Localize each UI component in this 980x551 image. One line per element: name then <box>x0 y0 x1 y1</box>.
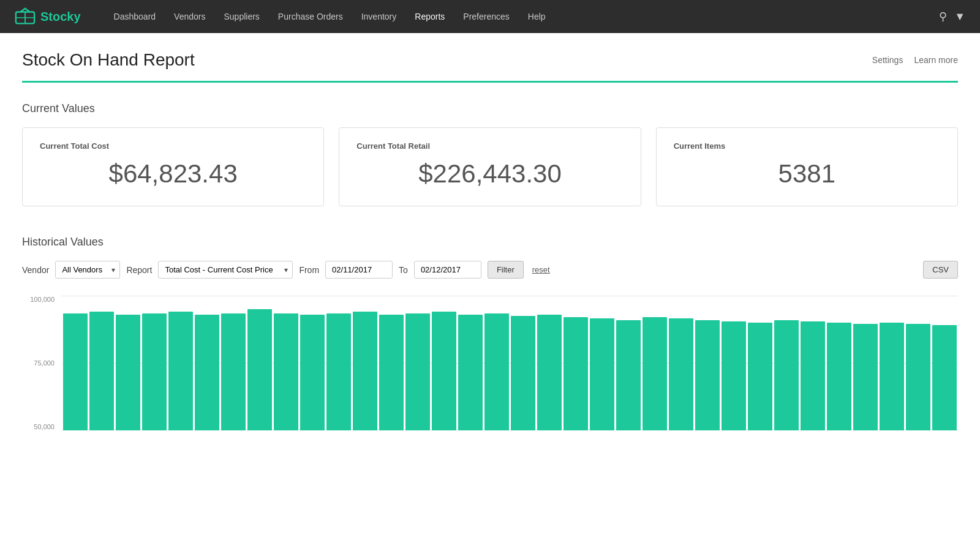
chart-bars <box>62 296 958 430</box>
chart-y-label-50k: 50,000 <box>34 423 55 430</box>
nav-link-reports[interactable]: Reports <box>406 8 453 25</box>
report-select[interactable]: Total Cost - Current Cost Price <box>158 261 293 279</box>
card-total-cost-value: $64,823.43 <box>40 159 306 189</box>
nav-link-inventory[interactable]: Inventory <box>353 8 405 25</box>
chart-bar <box>643 317 667 430</box>
chart-bar <box>511 316 535 430</box>
chart-bar <box>274 313 298 430</box>
current-values-title: Current Values <box>22 102 958 115</box>
chart-bar <box>432 312 456 430</box>
nav-link-preferences[interactable]: Preferences <box>454 8 518 25</box>
chart-area: 100,000 75,000 50,000 <box>22 296 958 430</box>
to-label: To <box>399 265 408 275</box>
nav-right: ⚲ ▼ <box>939 10 965 23</box>
chart-bar <box>932 325 957 430</box>
chart-bar <box>221 313 246 430</box>
chart-y-label-100k: 100,000 <box>30 296 55 303</box>
chart-bar <box>774 320 799 430</box>
chart-bar <box>195 315 219 430</box>
vendor-select-wrapper: All Vendors <box>55 261 120 279</box>
chart-bar <box>564 317 588 430</box>
chart-bar <box>63 313 88 430</box>
chart-bar <box>247 309 272 430</box>
to-date-input[interactable] <box>414 261 481 279</box>
chart-y-label-75k: 75,000 <box>34 359 55 367</box>
teal-divider <box>22 81 958 83</box>
page-actions: Settings Learn more <box>872 50 958 65</box>
cards-row: Current Total Cost $64,823.43 Current To… <box>22 127 958 206</box>
settings-link[interactable]: Settings <box>872 55 903 65</box>
chart-bar <box>405 313 430 430</box>
search-icon[interactable]: ⚲ <box>939 10 947 23</box>
nav-link-dashboard[interactable]: Dashboard <box>105 8 165 25</box>
card-total-retail-label: Current Total Retail <box>356 141 623 151</box>
historical-values-title: Historical Values <box>22 236 958 249</box>
chart-bar <box>168 312 193 430</box>
chart-bar <box>827 323 851 430</box>
page-content: Stock On Hand Report Settings Learn more… <box>0 33 980 430</box>
card-current-items: Current Items 5381 <box>656 127 958 206</box>
chart-bar <box>89 312 114 430</box>
from-date-input[interactable] <box>325 261 393 279</box>
reset-button[interactable]: reset <box>530 261 552 278</box>
card-total-retail: Current Total Retail $226,443.30 <box>339 127 641 206</box>
filters-row: Vendor All Vendors Report Total Cost - C… <box>22 261 958 279</box>
chart-bar <box>142 313 167 430</box>
vendor-select[interactable]: All Vendors <box>55 261 120 279</box>
from-label: From <box>299 265 319 275</box>
card-current-items-label: Current Items <box>674 141 940 151</box>
chart-bar <box>484 313 509 430</box>
navigation: Stocky Dashboard Vendors Suppliers Purch… <box>0 0 980 33</box>
nav-dropdown-icon[interactable]: ▼ <box>954 10 965 23</box>
chart-bar <box>379 315 404 430</box>
chart-bar <box>326 313 351 430</box>
chart-y-axis: 100,000 75,000 50,000 <box>22 296 62 430</box>
chart-bar <box>801 321 825 430</box>
report-select-wrapper: Total Cost - Current Cost Price <box>158 261 293 279</box>
chart-bar <box>458 315 483 430</box>
card-current-items-value: 5381 <box>674 159 940 189</box>
chart-bar <box>695 320 720 430</box>
chart-bar <box>353 312 377 430</box>
card-total-cost: Current Total Cost $64,823.43 <box>22 127 324 206</box>
chart-bar <box>669 318 693 430</box>
nav-link-purchase-orders[interactable]: Purchase Orders <box>270 8 352 25</box>
chart-bar <box>616 320 641 430</box>
chart-bar <box>880 323 904 430</box>
chart-bar <box>590 318 614 430</box>
logo-icon <box>15 6 36 27</box>
logo-text: Stocky <box>40 10 81 24</box>
learn-more-link[interactable]: Learn more <box>914 55 958 65</box>
chart-bar <box>116 315 140 430</box>
chart-bars-wrapper <box>62 296 958 430</box>
nav-link-suppliers[interactable]: Suppliers <box>215 8 268 25</box>
chart-bar <box>853 324 878 430</box>
nav-link-vendors[interactable]: Vendors <box>165 8 214 25</box>
historical-section: Historical Values Vendor All Vendors Rep… <box>22 236 958 430</box>
page-title: Stock On Hand Report <box>22 50 195 70</box>
filter-button[interactable]: Filter <box>488 261 524 279</box>
page-header: Stock On Hand Report Settings Learn more <box>22 50 958 70</box>
chart-bar <box>537 315 562 430</box>
chart-bar <box>300 315 325 430</box>
report-label: Report <box>126 265 152 275</box>
vendor-label: Vendor <box>22 265 49 275</box>
card-total-cost-label: Current Total Cost <box>40 141 306 151</box>
card-total-retail-value: $226,443.30 <box>356 159 623 189</box>
chart-bar <box>906 324 930 430</box>
chart-bar <box>748 323 772 430</box>
chart-bar <box>722 321 746 430</box>
nav-links: Dashboard Vendors Suppliers Purchase Ord… <box>105 8 940 25</box>
logo[interactable]: Stocky <box>15 6 81 27</box>
current-values-section: Current Values Current Total Cost $64,82… <box>22 102 958 206</box>
csv-button[interactable]: CSV <box>923 261 958 279</box>
nav-link-help[interactable]: Help <box>519 8 554 25</box>
